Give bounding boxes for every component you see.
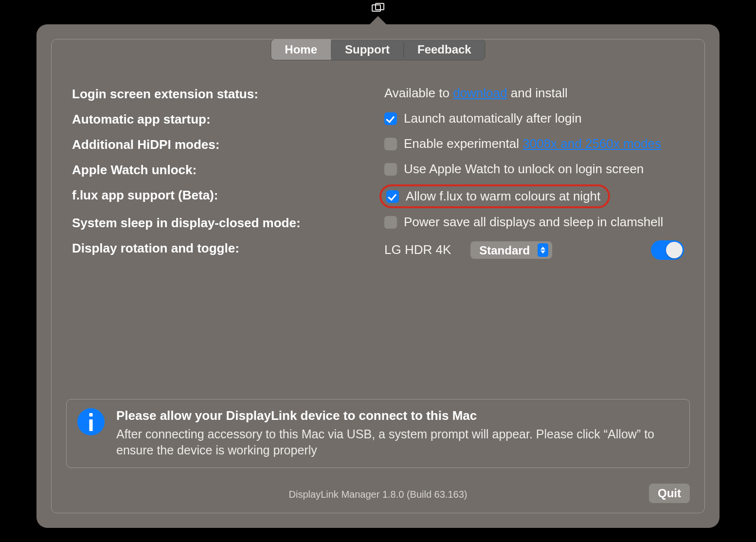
preferences-panel: Home Support Feedback Login screen exten… [36, 24, 720, 528]
setting-label: Display rotation and toggle: [72, 240, 369, 256]
info-banner: Please allow your DisplayLink device to … [66, 399, 690, 469]
menubar-display-icon [372, 3, 384, 16]
select-value: Standard [479, 244, 530, 257]
row-rotation: Display rotation and toggle: LG HDR 4K S… [72, 240, 684, 260]
download-link[interactable]: download [453, 86, 507, 100]
display-toggle-switch[interactable] [651, 240, 684, 260]
popover-arrow [369, 16, 387, 25]
info-body: After connecting accessory to this Mac v… [116, 426, 679, 459]
svg-rect-0 [372, 5, 380, 11]
flux-highlight: Allow f.lux to warm colours at night [379, 184, 610, 209]
settings-list: Login screen extension status: Available… [52, 70, 704, 260]
sleep-checkbox[interactable] [384, 216, 397, 229]
row-flux: f.lux app support (Beta): Allow f.lux to… [72, 187, 684, 206]
display-name: LG HDR 4K [384, 243, 451, 257]
autostart-checkbox[interactable] [384, 112, 397, 125]
setting-label: Automatic app startup: [72, 111, 369, 127]
info-icon [77, 408, 105, 435]
row-login-extension: Login screen extension status: Available… [72, 86, 684, 102]
chevron-up-down-icon [538, 243, 548, 257]
content-frame: Login screen extension status: Available… [51, 39, 705, 513]
footer: DisplayLink Manager 1.8.0 (Build 63.163)… [66, 489, 690, 500]
checkbox-label: Enable experimental 3008x and 2560x mode… [404, 137, 661, 151]
setting-value: Available to download and install [384, 86, 684, 101]
hidpi-modes-link[interactable]: 3008x and 2560x modes [522, 136, 661, 151]
quit-button[interactable]: Quit [649, 484, 690, 503]
row-apple-watch: Apple Watch unlock: Use Apple Watch to u… [72, 162, 684, 178]
row-autostart: Automatic app startup: Launch automatica… [72, 111, 684, 127]
apple-watch-checkbox[interactable] [384, 163, 397, 176]
setting-label: Login screen extension status: [72, 86, 369, 102]
checkbox-label: Power save all displays and sleep in cla… [404, 215, 663, 230]
rotation-select[interactable]: Standard [470, 241, 552, 259]
hidpi-checkbox[interactable] [384, 138, 397, 150]
flux-checkbox[interactable] [386, 190, 399, 203]
setting-label: System sleep in display-closed mode: [72, 215, 369, 231]
row-sleep: System sleep in display-closed mode: Pow… [72, 215, 684, 231]
setting-label: f.lux app support (Beta): [72, 187, 369, 203]
svg-rect-1 [376, 3, 384, 10]
row-hidpi: Additional HiDPI modes: Enable experimen… [72, 137, 684, 152]
info-title: Please allow your DisplayLink device to … [116, 408, 679, 423]
setting-label: Additional HiDPI modes: [72, 137, 369, 152]
checkbox-label: Allow f.lux to warm colours at night [406, 189, 600, 204]
version-text: DisplayLink Manager 1.8.0 (Build 63.163) [289, 489, 468, 500]
text: Available to download and install [384, 86, 568, 101]
checkbox-label: Use Apple Watch to unlock on login scree… [404, 162, 644, 177]
checkbox-label: Launch automatically after login [404, 111, 582, 126]
setting-label: Apple Watch unlock: [72, 162, 369, 178]
